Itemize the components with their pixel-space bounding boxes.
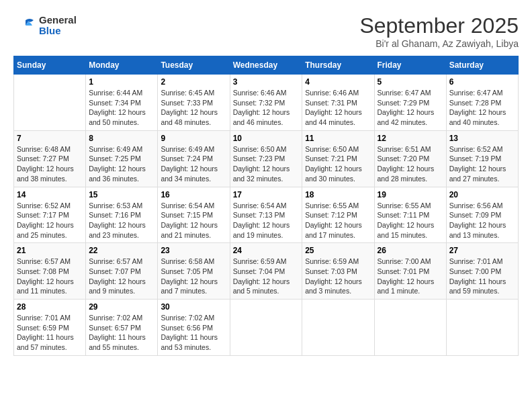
day-number: 15: [89, 190, 154, 199]
calendar-header-sunday: Sunday: [14, 56, 86, 75]
calendar-cell: [14, 75, 86, 131]
day-info: Sunrise: 6:49 AM Sunset: 7:24 PM Dayligh…: [161, 144, 226, 184]
calendar-cell: 3Sunrise: 6:46 AM Sunset: 7:32 PM Daylig…: [230, 75, 302, 131]
calendar-week-row: 1Sunrise: 6:44 AM Sunset: 7:34 PM Daylig…: [14, 75, 519, 131]
calendar-body: 1Sunrise: 6:44 AM Sunset: 7:34 PM Daylig…: [14, 75, 519, 356]
calendar-cell: 15Sunrise: 6:53 AM Sunset: 7:16 PM Dayli…: [86, 187, 158, 243]
day-info: Sunrise: 6:50 AM Sunset: 7:23 PM Dayligh…: [233, 144, 300, 184]
calendar-cell: 2Sunrise: 6:45 AM Sunset: 7:33 PM Daylig…: [158, 75, 230, 131]
calendar-header-wednesday: Wednesday: [230, 56, 302, 75]
calendar-header-saturday: Saturday: [446, 56, 518, 75]
logo: General Blue: [13, 13, 77, 38]
day-info: Sunrise: 6:45 AM Sunset: 7:33 PM Dayligh…: [161, 88, 226, 128]
calendar-cell: 8Sunrise: 6:49 AM Sunset: 7:25 PM Daylig…: [86, 130, 158, 187]
day-number: 24: [233, 246, 300, 255]
calendar-cell: 21Sunrise: 6:57 AM Sunset: 7:08 PM Dayli…: [14, 243, 86, 300]
calendar-cell: [374, 300, 446, 356]
calendar-week-row: 7Sunrise: 6:48 AM Sunset: 7:27 PM Daylig…: [14, 130, 519, 187]
calendar-week-row: 21Sunrise: 6:57 AM Sunset: 7:08 PM Dayli…: [14, 243, 519, 300]
day-info: Sunrise: 7:00 AM Sunset: 7:01 PM Dayligh…: [378, 257, 443, 296]
day-info: Sunrise: 7:02 AM Sunset: 6:56 PM Dayligh…: [161, 313, 226, 353]
day-info: Sunrise: 6:52 AM Sunset: 7:17 PM Dayligh…: [17, 201, 83, 240]
day-info: Sunrise: 6:54 AM Sunset: 7:13 PM Dayligh…: [233, 201, 300, 240]
day-number: 13: [449, 134, 515, 143]
day-number: 26: [378, 246, 443, 255]
day-number: 8: [89, 134, 154, 143]
calendar-header-friday: Friday: [374, 56, 446, 75]
day-info: Sunrise: 6:50 AM Sunset: 7:21 PM Dayligh…: [305, 144, 371, 184]
day-info: Sunrise: 6:48 AM Sunset: 7:27 PM Dayligh…: [17, 144, 83, 184]
calendar-cell: 11Sunrise: 6:50 AM Sunset: 7:21 PM Dayli…: [302, 130, 374, 187]
calendar-cell: 13Sunrise: 6:52 AM Sunset: 7:19 PM Dayli…: [446, 130, 518, 187]
calendar-cell: 20Sunrise: 6:56 AM Sunset: 7:09 PM Dayli…: [446, 187, 518, 243]
calendar-cell: 1Sunrise: 6:44 AM Sunset: 7:34 PM Daylig…: [86, 75, 158, 131]
day-info: Sunrise: 6:59 AM Sunset: 7:03 PM Dayligh…: [305, 257, 371, 296]
calendar-cell: 22Sunrise: 6:57 AM Sunset: 7:07 PM Dayli…: [86, 243, 158, 300]
calendar-cell: 26Sunrise: 7:00 AM Sunset: 7:01 PM Dayli…: [374, 243, 446, 300]
day-number: 20: [449, 190, 515, 199]
day-number: 22: [89, 246, 154, 255]
calendar-header-tuesday: Tuesday: [158, 56, 230, 75]
day-number: 11: [305, 134, 371, 143]
calendar-cell: 27Sunrise: 7:01 AM Sunset: 7:00 PM Dayli…: [446, 243, 518, 300]
day-number: 25: [305, 246, 371, 255]
logo-general: General: [39, 15, 77, 26]
day-number: 4: [305, 77, 371, 87]
page-subtitle: Bi'r al Ghanam, Az Zawiyah, Libya: [359, 38, 519, 49]
day-number: 16: [161, 190, 226, 199]
day-number: 5: [378, 77, 443, 87]
day-info: Sunrise: 6:57 AM Sunset: 7:08 PM Dayligh…: [17, 257, 83, 296]
logo-blue: Blue: [39, 26, 77, 37]
calendar-header-monday: Monday: [86, 56, 158, 75]
calendar-cell: 30Sunrise: 7:02 AM Sunset: 6:56 PM Dayli…: [158, 300, 230, 356]
day-number: 7: [17, 134, 83, 143]
calendar-cell: 7Sunrise: 6:48 AM Sunset: 7:27 PM Daylig…: [14, 130, 86, 187]
day-info: Sunrise: 6:59 AM Sunset: 7:04 PM Dayligh…: [233, 257, 300, 296]
day-number: 30: [161, 302, 226, 312]
calendar-cell: 19Sunrise: 6:55 AM Sunset: 7:11 PM Dayli…: [374, 187, 446, 243]
day-number: 12: [378, 134, 443, 143]
day-info: Sunrise: 6:52 AM Sunset: 7:19 PM Dayligh…: [449, 144, 515, 184]
day-info: Sunrise: 6:46 AM Sunset: 7:32 PM Dayligh…: [233, 88, 300, 128]
calendar-week-row: 28Sunrise: 7:01 AM Sunset: 6:59 PM Dayli…: [14, 300, 519, 356]
day-number: 2: [161, 77, 226, 87]
calendar-cell: 17Sunrise: 6:54 AM Sunset: 7:13 PM Dayli…: [230, 187, 302, 243]
calendar-cell: 14Sunrise: 6:52 AM Sunset: 7:17 PM Dayli…: [14, 187, 86, 243]
day-info: Sunrise: 6:47 AM Sunset: 7:29 PM Dayligh…: [378, 88, 443, 128]
day-info: Sunrise: 6:46 AM Sunset: 7:31 PM Dayligh…: [305, 88, 371, 128]
calendar-cell: [446, 300, 518, 356]
day-number: 19: [378, 190, 443, 199]
day-info: Sunrise: 6:53 AM Sunset: 7:16 PM Dayligh…: [89, 201, 154, 240]
page-header: General Blue September 2025 Bi'r al Ghan…: [13, 13, 519, 49]
day-number: 27: [449, 246, 515, 255]
day-number: 10: [233, 134, 300, 143]
day-number: 29: [89, 302, 154, 312]
day-number: 28: [17, 302, 83, 312]
calendar-header-row: SundayMondayTuesdayWednesdayThursdayFrid…: [14, 56, 519, 75]
calendar-header-thursday: Thursday: [302, 56, 374, 75]
day-info: Sunrise: 7:02 AM Sunset: 6:57 PM Dayligh…: [89, 313, 154, 353]
calendar-cell: 24Sunrise: 6:59 AM Sunset: 7:04 PM Dayli…: [230, 243, 302, 300]
calendar-cell: [230, 300, 302, 356]
calendar-cell: 18Sunrise: 6:55 AM Sunset: 7:12 PM Dayli…: [302, 187, 374, 243]
day-number: 17: [233, 190, 300, 199]
calendar-cell: 4Sunrise: 6:46 AM Sunset: 7:31 PM Daylig…: [302, 75, 374, 131]
day-info: Sunrise: 6:55 AM Sunset: 7:11 PM Dayligh…: [378, 201, 443, 240]
calendar-cell: 29Sunrise: 7:02 AM Sunset: 6:57 PM Dayli…: [86, 300, 158, 356]
calendar-table: SundayMondayTuesdayWednesdayThursdayFrid…: [13, 56, 519, 356]
day-info: Sunrise: 7:01 AM Sunset: 6:59 PM Dayligh…: [17, 313, 83, 353]
day-number: 3: [233, 77, 300, 87]
day-info: Sunrise: 6:56 AM Sunset: 7:09 PM Dayligh…: [449, 201, 515, 240]
day-info: Sunrise: 6:57 AM Sunset: 7:07 PM Dayligh…: [89, 257, 154, 296]
day-number: 9: [161, 134, 226, 143]
day-info: Sunrise: 6:58 AM Sunset: 7:05 PM Dayligh…: [161, 257, 226, 296]
day-info: Sunrise: 6:55 AM Sunset: 7:12 PM Dayligh…: [305, 201, 371, 240]
day-number: 6: [449, 77, 515, 87]
calendar-cell: 5Sunrise: 6:47 AM Sunset: 7:29 PM Daylig…: [374, 75, 446, 131]
calendar-cell: 16Sunrise: 6:54 AM Sunset: 7:15 PM Dayli…: [158, 187, 230, 243]
calendar-week-row: 14Sunrise: 6:52 AM Sunset: 7:17 PM Dayli…: [14, 187, 519, 243]
logo-bird-icon: [13, 13, 38, 38]
day-info: Sunrise: 6:51 AM Sunset: 7:20 PM Dayligh…: [378, 144, 443, 184]
day-number: 14: [17, 190, 83, 199]
calendar-cell: 25Sunrise: 6:59 AM Sunset: 7:03 PM Dayli…: [302, 243, 374, 300]
